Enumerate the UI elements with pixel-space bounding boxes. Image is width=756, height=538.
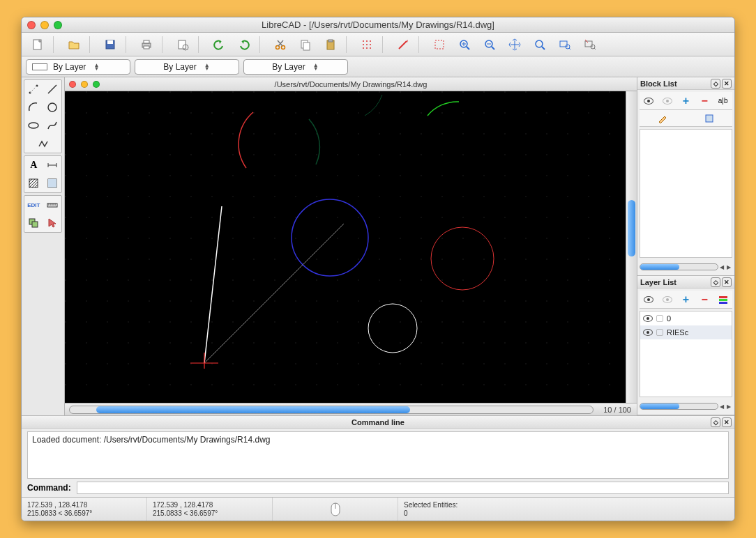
zoom-auto-button[interactable]	[503, 36, 527, 54]
point-tool-button[interactable]	[24, 80, 43, 98]
svg-rect-52	[719, 299, 727, 301]
color-combo[interactable]: By Layer ▲▼	[135, 59, 239, 75]
doc-close-button[interactable]	[69, 81, 76, 88]
zoom-previous-button[interactable]	[528, 36, 552, 54]
svg-rect-50	[706, 115, 713, 122]
hatch-tool-button[interactable]	[24, 174, 43, 192]
zoom-redraw-button[interactable]	[428, 36, 451, 54]
block-list-items[interactable]	[640, 129, 732, 258]
spline-tool-button[interactable]	[43, 116, 62, 134]
dimension-tool-button[interactable]	[43, 156, 62, 174]
show-all-layers-button[interactable]	[642, 293, 656, 307]
zoom-window-button[interactable]	[54, 21, 62, 29]
print-preview-button[interactable]	[171, 36, 195, 54]
cut-button[interactable]	[269, 36, 292, 54]
circle-tool-button[interactable]	[43, 98, 62, 116]
new-file-button[interactable]	[26, 36, 50, 54]
command-prompt-label: Command:	[27, 483, 71, 493]
layer-lock-icon[interactable]	[656, 315, 663, 322]
linetype-combo[interactable]: By Layer ▲▼	[26, 59, 130, 75]
layer-list-scrollbar[interactable]: ◀▶	[640, 401, 732, 412]
zoom-pan-button[interactable]	[578, 36, 602, 54]
command-input[interactable]	[77, 482, 729, 494]
edit-tool-button[interactable]: EDIT	[24, 196, 43, 214]
chevron-updown-icon: ▲▼	[202, 63, 212, 70]
panel-close-button[interactable]: ✕	[722, 79, 732, 89]
layer-attributes-button[interactable]	[716, 293, 730, 307]
app-window: LibreCAD - [/Users/rvt/Documents/My Draw…	[21, 17, 735, 521]
layer-visibility-icon[interactable]	[643, 315, 653, 322]
command-line-panel: Command line ◇✕ Loaded document: /Users/…	[22, 415, 734, 497]
chevron-updown-icon: ▲▼	[91, 63, 101, 70]
grid-toggle-button[interactable]	[355, 36, 379, 54]
show-all-blocks-button[interactable]	[642, 94, 656, 108]
paste-button[interactable]	[319, 36, 342, 54]
edit-block-button[interactable]	[658, 114, 667, 123]
layer-list-panel: Layer List ◇✕ + − 0	[637, 276, 734, 415]
remove-layer-button[interactable]: −	[697, 293, 711, 307]
panel-undock-button[interactable]: ◇	[711, 277, 720, 287]
redo-button[interactable]	[232, 36, 256, 54]
svg-point-17	[363, 44, 364, 45]
open-file-button[interactable]	[62, 36, 86, 54]
command-log: Loaded document: /Users/rvt/Documents/My…	[27, 431, 729, 479]
copy-button[interactable]	[294, 36, 317, 54]
block-list-toolbar: + − a|b	[640, 92, 732, 110]
panel-close-button[interactable]: ✕	[722, 417, 732, 427]
document-window-controls	[69, 81, 100, 88]
zoom-out-button[interactable]	[478, 36, 501, 54]
status-coords-relative: 172.539 , 128.4178 215.0833 < 36.6597°	[147, 498, 273, 521]
hide-all-blocks-button[interactable]	[660, 94, 674, 108]
canvas-horizontal-scrollbar[interactable]: 10 / 100	[65, 403, 637, 415]
hide-all-layers-button[interactable]	[660, 293, 674, 307]
titlebar: LibreCAD - [/Users/rvt/Documents/My Draw…	[22, 17, 734, 33]
panel-close-button[interactable]: ✕	[722, 277, 732, 287]
draft-mode-button[interactable]	[391, 36, 415, 54]
add-block-button[interactable]: +	[679, 94, 693, 108]
layer-lock-icon[interactable]	[656, 329, 663, 336]
add-layer-button[interactable]: +	[679, 293, 693, 307]
canvas-vertical-scrollbar[interactable]	[626, 91, 637, 403]
text-tool-button[interactable]: A	[24, 156, 43, 174]
document-titlebar: /Users/rvt/Documents/My Drawings/R14.dwg	[65, 77, 637, 91]
layer-visibility-icon[interactable]	[643, 329, 653, 336]
print-button[interactable]	[135, 36, 158, 54]
block-list-scrollbar[interactable]: ◀▶	[640, 261, 732, 272]
tool-palette: A EDIT	[22, 77, 65, 415]
svg-rect-13	[328, 40, 333, 42]
panel-undock-button[interactable]: ◇	[711, 79, 720, 89]
zoom-in-button[interactable]	[453, 36, 476, 54]
arc-tool-button[interactable]	[24, 98, 43, 116]
measure-tool-button[interactable]	[43, 196, 62, 214]
save-file-button[interactable]	[98, 36, 122, 54]
main-area: A EDIT /Users/rvt/Documents/My Drawings/	[22, 77, 734, 415]
image-tool-button[interactable]	[43, 174, 62, 192]
document-area: /Users/rvt/Documents/My Drawings/R14.dwg	[65, 77, 637, 415]
select-tool-button[interactable]	[43, 214, 62, 232]
line-tool-button[interactable]	[43, 80, 62, 98]
layer-list-items: 0 RIESc	[640, 311, 732, 397]
layer-row[interactable]: RIESc	[640, 325, 732, 339]
drawing-canvas[interactable]	[65, 91, 626, 403]
undo-button[interactable]	[207, 36, 231, 54]
rename-block-button[interactable]: a|b	[716, 94, 730, 108]
doc-zoom-button[interactable]	[93, 81, 100, 88]
zoom-window-button[interactable]	[553, 36, 577, 54]
lineweight-combo[interactable]: By Layer ▲▼	[243, 59, 348, 75]
remove-block-button[interactable]: −	[697, 94, 711, 108]
layer-row[interactable]: 0	[640, 312, 732, 325]
close-window-button[interactable]	[27, 21, 36, 29]
svg-rect-5	[144, 46, 149, 49]
status-selection: Selected Entities: 0	[398, 498, 734, 521]
doc-minimize-button[interactable]	[81, 81, 88, 88]
block-list-panel: Block List ◇✕ + − a|b ◀▶	[637, 77, 734, 276]
panel-undock-button[interactable]: ◇	[711, 417, 720, 427]
polyline-tool-button[interactable]	[24, 134, 61, 153]
layer-list-toolbar: + −	[640, 291, 732, 309]
ellipse-tool-button[interactable]	[24, 116, 43, 134]
window-controls	[27, 21, 62, 29]
block-tool-button[interactable]	[24, 214, 43, 232]
attribute-toolbar: By Layer ▲▼ By Layer ▲▼ By Layer ▲▼	[22, 56, 734, 77]
insert-block-button[interactable]	[704, 114, 714, 123]
minimize-window-button[interactable]	[40, 21, 49, 29]
